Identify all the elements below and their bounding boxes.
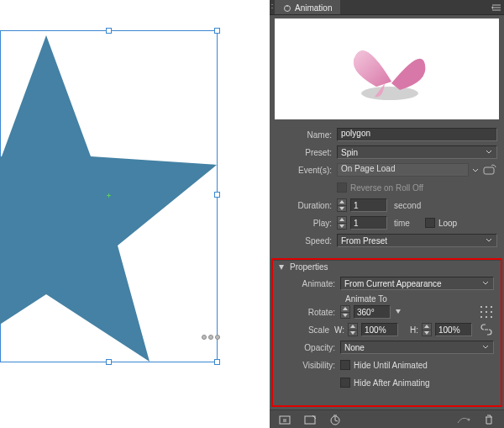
label-scale-h: H: (410, 325, 418, 335)
svg-rect-12 (491, 316, 492, 318)
create-button-trigger[interactable] (482, 163, 497, 177)
label-events: Event(s): (276, 166, 337, 175)
preview-spread-button[interactable] (276, 413, 293, 426)
convert-to-motion-path-button[interactable] (455, 413, 472, 426)
animation-icon (283, 4, 291, 13)
label-rotate: Rotate: (280, 308, 340, 317)
svg-rect-4 (480, 306, 482, 308)
scale-h-input[interactable]: 100% (435, 323, 472, 336)
svg-marker-0 (0, 35, 217, 362)
hide-until-checkbox[interactable] (340, 360, 350, 370)
svg-rect-10 (480, 316, 482, 318)
panel-footer (270, 410, 504, 428)
tab-animation[interactable]: Animation (275, 0, 340, 14)
animate-select[interactable]: From Current Appearance (340, 277, 494, 290)
properties-highlight-box: Properties Animate: From Current Appeara… (271, 258, 502, 407)
timing-panel-button[interactable] (327, 413, 344, 426)
svg-rect-11 (486, 316, 487, 318)
label-visibility: Visibility: (280, 361, 340, 370)
events-value: On Page Load (337, 163, 469, 177)
svg-rect-7 (480, 311, 482, 313)
loop-checkbox[interactable] (425, 218, 435, 228)
trash-button[interactable] (480, 413, 497, 426)
animation-panel: Animation Name: polygon (270, 0, 504, 428)
svg-rect-6 (491, 306, 492, 308)
reverse-checkbox (337, 182, 347, 193)
panel-tabbar: Animation (270, 0, 504, 15)
label-hide-until: Hide Until Animated (354, 361, 428, 370)
play-unit: time (394, 219, 410, 228)
svg-rect-9 (491, 311, 492, 313)
preset-select[interactable]: Spin (337, 145, 497, 159)
disclosure-triangle-icon (278, 263, 286, 272)
show-proxy-button[interactable] (302, 413, 318, 426)
svg-point-16 (468, 418, 470, 420)
label-animate: Animate: (280, 279, 340, 288)
tab-label: Animation (295, 3, 332, 13)
center-point (107, 193, 111, 198)
name-input[interactable]: polygon (337, 128, 497, 141)
rotate-direction-select[interactable] (394, 307, 402, 317)
label-loop: Loop (438, 219, 457, 228)
events-dropdown-arrow[interactable] (472, 166, 479, 175)
label-scale: Scale (280, 325, 334, 335)
svg-point-2 (361, 87, 418, 100)
label-reverse: Reverse on Roll Off (350, 183, 423, 193)
label-opacity: Opacity: (280, 343, 340, 352)
scale-w-input[interactable]: 100% (361, 323, 398, 336)
panel-grip[interactable] (270, 0, 275, 14)
rotate-stepper[interactable] (340, 305, 350, 319)
svg-rect-8 (486, 311, 487, 313)
chevron-down-icon (485, 148, 493, 156)
label-name: Name: (276, 130, 337, 140)
scale-w-stepper[interactable] (348, 323, 358, 336)
play-input[interactable]: 1 (350, 216, 387, 230)
duration-unit: second (394, 201, 421, 210)
animate-to-label: Animate To (280, 294, 494, 304)
chevron-down-icon (485, 236, 493, 245)
svg-rect-14 (305, 416, 315, 424)
label-play: Play: (276, 219, 337, 228)
play-stepper[interactable] (337, 216, 347, 230)
duration-input[interactable]: 1 (350, 198, 387, 212)
properties-title: Properties (290, 262, 328, 272)
label-duration: Duration: (276, 201, 337, 210)
path-end-marker (202, 335, 220, 340)
rotate-input[interactable]: 360° (354, 305, 391, 319)
chevron-down-icon (481, 343, 490, 351)
scale-h-stepper[interactable] (422, 323, 432, 336)
label-hide-after: Hide After Animating (354, 378, 430, 388)
label-preset: Preset: (276, 148, 337, 157)
svg-rect-3 (484, 167, 494, 174)
constrain-proportions-icon[interactable] (479, 323, 494, 336)
label-scale-w: W: (334, 325, 344, 335)
duration-stepper[interactable] (337, 198, 347, 212)
transform-origin-proxy[interactable] (479, 305, 494, 319)
speed-select[interactable]: From Preset (337, 234, 497, 247)
properties-header[interactable]: Properties (273, 260, 501, 273)
panel-menu-button[interactable] (489, 0, 504, 14)
hide-after-checkbox[interactable] (340, 378, 350, 388)
chevron-down-icon (481, 279, 490, 288)
opacity-select[interactable]: None (340, 341, 494, 354)
document-canvas[interactable] (0, 0, 270, 428)
label-speed: Speed: (276, 236, 337, 246)
animation-preview[interactable] (275, 18, 499, 119)
svg-rect-5 (486, 306, 487, 308)
